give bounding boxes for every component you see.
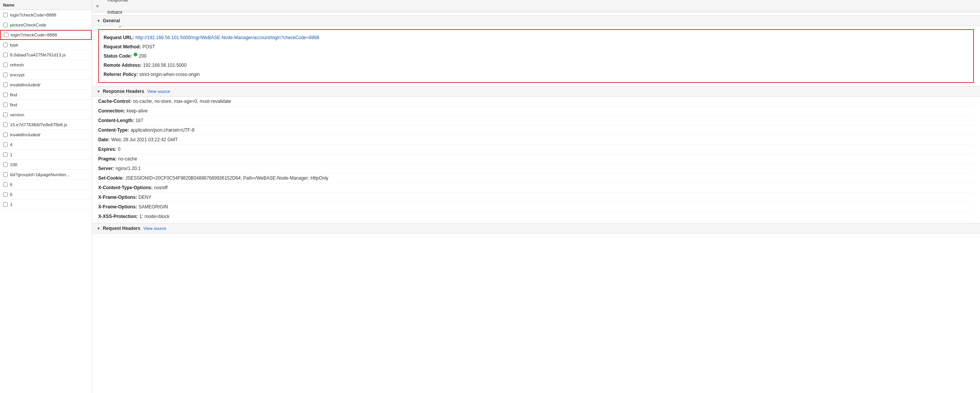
request-headers-section-header[interactable]: ▼ Request Headers View source <box>92 223 980 234</box>
header-name: Server: <box>98 165 114 172</box>
header-value: JSESSIONID=20CF0C54F9820B048887689936152… <box>125 175 328 182</box>
network-item[interactable]: 8.0abad7ca4275fe761d13.js <box>0 50 92 60</box>
response-header-row: Expires:0 <box>98 145 974 154</box>
header-name: X-Content-Type-Options: <box>98 184 153 191</box>
response-header-row: X-Content-Type-Options:nosniff <box>98 183 974 193</box>
response-triangle-icon: ▼ <box>97 89 100 94</box>
network-item-label: find <box>10 92 17 97</box>
response-header-row: Connection:keep-alive <box>98 106 974 116</box>
network-item-checkbox[interactable] <box>3 13 8 17</box>
network-item-checkbox[interactable] <box>3 112 8 117</box>
network-item[interactable]: version <box>0 110 92 120</box>
status-green-dot <box>133 53 137 56</box>
content-area: ▼ General Request URL: http://192.168.56… <box>92 12 980 393</box>
header-name: Expires: <box>98 146 116 153</box>
status-code-label: Status Code: <box>104 53 132 59</box>
network-item-label: pictureCheckCode <box>10 23 46 27</box>
status-code-row: Status Code: 200 <box>104 51 968 61</box>
network-item-checkbox[interactable] <box>3 162 8 167</box>
general-section-label: General <box>103 18 120 23</box>
network-item[interactable]: login?checkCode=8888 <box>0 10 92 20</box>
network-item-checkbox[interactable] <box>3 102 8 107</box>
network-item-checkbox[interactable] <box>3 92 8 97</box>
general-section-header[interactable]: ▼ General <box>92 15 980 26</box>
network-item-label: 15.e7d7763fb6f7e8e878b8.js <box>10 122 67 127</box>
network-item-checkbox[interactable] <box>3 142 8 147</box>
network-item-checkbox[interactable] <box>4 33 8 37</box>
response-headers-section: ▼ Response Headers View source Cache-Con… <box>92 86 980 221</box>
response-headers-view-source[interactable]: View source <box>147 89 170 94</box>
network-item[interactable]: invalidIncluded/ <box>0 130 92 140</box>
network-item-label: login?checkCode=8888 <box>10 13 56 17</box>
name-column-header: Name <box>0 0 92 10</box>
header-name: X-Frame-Options: <box>98 194 137 201</box>
network-item[interactable]: 4 <box>0 140 92 150</box>
network-item[interactable]: pictureCheckCode <box>0 20 92 30</box>
response-header-row: X-Frame-Options:SAMEORIGIN <box>98 202 974 212</box>
header-value: keep-alive <box>127 107 148 114</box>
header-value: 0 <box>118 146 120 153</box>
general-box: Request URL: http://192.168.56.101:5000/… <box>98 29 974 83</box>
network-item[interactable]: find <box>0 100 92 110</box>
request-url-label: Request URL: <box>104 34 134 41</box>
request-url-row: Request URL: http://192.168.56.101:5000/… <box>104 33 968 42</box>
request-method-row: Request Method: POST <box>104 42 968 51</box>
network-item-checkbox[interactable] <box>3 43 8 47</box>
network-item[interactable]: invalidIncluded/ <box>0 80 92 90</box>
network-item[interactable]: 6 <box>0 180 92 190</box>
response-header-row: Server:nginx/1.20.1 <box>98 164 974 173</box>
network-item[interactable]: login?checkCode=8888 <box>0 30 92 40</box>
response-headers-label: Response Headers <box>103 89 144 94</box>
network-item-checkbox[interactable] <box>3 83 8 87</box>
network-item-checkbox[interactable] <box>3 122 8 127</box>
response-headers-section-header[interactable]: ▼ Response Headers View source <box>92 86 980 97</box>
network-item-checkbox[interactable] <box>3 73 8 77</box>
network-item-checkbox[interactable] <box>3 152 8 157</box>
network-item[interactable]: type <box>0 40 92 50</box>
header-value: SAMEORIGIN <box>138 203 168 210</box>
network-item-checkbox[interactable] <box>3 132 8 137</box>
network-item-label: 6 <box>10 192 12 197</box>
header-name: Content-Type: <box>98 127 129 134</box>
network-item-checkbox[interactable] <box>3 63 8 67</box>
header-name: X-XSS-Protection: <box>98 213 138 220</box>
header-name: X-Frame-Options: <box>98 203 137 210</box>
triangle-icon: ▼ <box>97 19 100 23</box>
header-value: application/json;charset=UTF-8 <box>130 127 194 134</box>
network-item-checkbox[interactable] <box>3 172 8 177</box>
network-item[interactable]: 100 <box>0 160 92 170</box>
request-headers-label: Request Headers <box>103 226 140 231</box>
tab-response[interactable]: Response <box>103 0 133 6</box>
network-item-checkbox[interactable] <box>3 182 8 187</box>
network-item-label: 8.0abad7ca4275fe761d13.js <box>10 53 66 57</box>
network-item-checkbox[interactable] <box>3 192 8 197</box>
network-item-label: 4 <box>10 142 12 147</box>
network-item[interactable]: 1 <box>0 150 92 160</box>
header-value: 1; mode=block <box>139 213 169 220</box>
network-item-label: list?groupId=1&pageNumber... <box>10 172 70 177</box>
network-item[interactable]: 6 <box>0 190 92 200</box>
network-item-checkbox[interactable] <box>3 23 8 27</box>
request-url-value: http://192.168.56.101:5000/mgr/WeBASE-No… <box>135 34 319 41</box>
referrer-policy-value: strict-origin-when-cross-origin <box>139 71 199 78</box>
close-button[interactable]: × <box>94 2 101 10</box>
request-method-value: POST <box>142 43 155 50</box>
request-method-label: Request Method: <box>104 43 141 50</box>
header-value: DENY <box>138 194 151 201</box>
header-value: Wed, 28 Jul 2021 03:22:42 GMT <box>111 136 178 143</box>
network-item[interactable]: encrypt <box>0 70 92 80</box>
network-item-checkbox[interactable] <box>3 202 8 207</box>
network-item-label: 100 <box>10 162 17 167</box>
network-item[interactable]: 15.e7d7763fb6f7e8e878b8.js <box>0 120 92 130</box>
network-item[interactable]: refresh <box>0 60 92 70</box>
response-header-row: Content-Length:187 <box>98 116 974 125</box>
response-header-row: Set-Cookie:JSESSIONID=20CF0C54F9820B0488… <box>98 173 974 183</box>
request-headers-view-source[interactable]: View source <box>143 226 166 231</box>
header-name: Content-Length: <box>98 117 134 124</box>
network-items-list: login?checkCode=8888pictureCheckCodelogi… <box>0 10 92 210</box>
network-item-checkbox[interactable] <box>3 53 8 57</box>
network-item[interactable]: find <box>0 90 92 100</box>
header-name: Date: <box>98 136 110 143</box>
network-item[interactable]: list?groupId=1&pageNumber... <box>0 170 92 180</box>
network-item[interactable]: 1 <box>0 200 92 210</box>
